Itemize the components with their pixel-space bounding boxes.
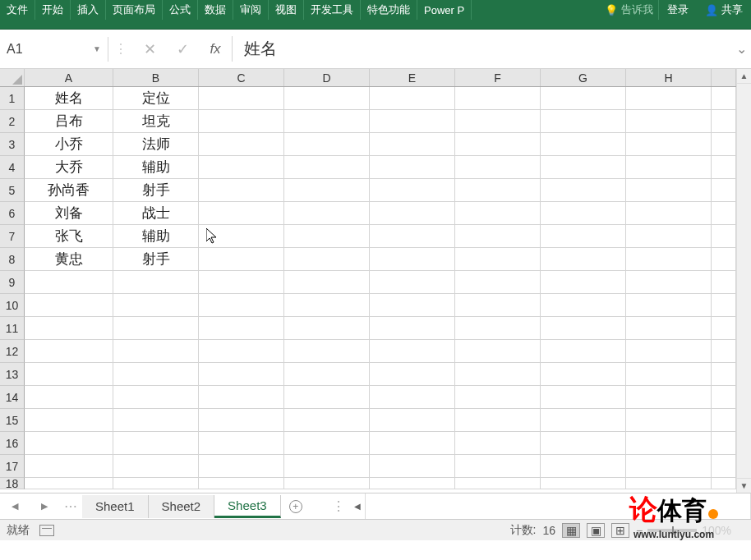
scroll-track[interactable] [737, 84, 751, 478]
cell-b3[interactable]: 法师 [113, 133, 199, 156]
col-header-partial[interactable] [712, 69, 736, 86]
cell[interactable] [626, 225, 712, 248]
cell[interactable] [626, 179, 712, 202]
row-header-10[interactable]: 10 [0, 294, 25, 317]
cell[interactable] [284, 248, 370, 271]
cell[interactable] [370, 110, 455, 133]
cell[interactable] [199, 202, 284, 225]
row-header-15[interactable]: 15 [0, 409, 25, 432]
cell[interactable] [199, 179, 284, 202]
enter-button[interactable]: ✓ [166, 37, 199, 62]
cell[interactable] [284, 432, 370, 455]
cell[interactable] [25, 478, 113, 489]
tab-review[interactable]: 审阅 [233, 0, 269, 20]
cell[interactable] [541, 478, 626, 489]
cell-b1[interactable]: 定位 [113, 87, 199, 110]
cell-b8[interactable]: 射手 [113, 248, 199, 271]
cell[interactable] [113, 294, 199, 317]
cell[interactable] [455, 409, 541, 432]
cell[interactable] [712, 110, 736, 133]
cell[interactable] [370, 156, 455, 179]
cell[interactable] [284, 317, 370, 340]
row-header-11[interactable]: 11 [0, 317, 25, 340]
cell-a7[interactable]: 张飞 [25, 225, 113, 248]
cell[interactable] [541, 110, 626, 133]
cell[interactable] [626, 432, 712, 455]
cell[interactable] [626, 317, 712, 340]
cell[interactable] [284, 294, 370, 317]
cell[interactable] [712, 87, 736, 110]
tab-developer[interactable]: 开发工具 [304, 0, 361, 20]
row-header-6[interactable]: 6 [0, 202, 25, 225]
cell-a4[interactable]: 大乔 [25, 156, 113, 179]
cell[interactable] [113, 409, 199, 432]
col-header-h[interactable]: H [626, 69, 712, 86]
cell[interactable] [626, 294, 712, 317]
cell[interactable] [626, 409, 712, 432]
cell[interactable] [370, 271, 455, 294]
cell[interactable] [113, 478, 199, 489]
cell[interactable] [712, 340, 736, 363]
sheet-tab-1[interactable]: Sheet1 [82, 495, 149, 518]
cell[interactable] [370, 363, 455, 386]
cell[interactable] [370, 317, 455, 340]
tab-layout[interactable]: 页面布局 [106, 0, 163, 20]
cell[interactable] [455, 271, 541, 294]
cell[interactable] [284, 409, 370, 432]
cell[interactable] [541, 87, 626, 110]
cell[interactable] [284, 133, 370, 156]
cell[interactable] [712, 294, 736, 317]
cell[interactable] [113, 386, 199, 409]
cell[interactable] [455, 133, 541, 156]
fx-button[interactable]: fx [199, 37, 232, 62]
cell[interactable] [626, 478, 712, 489]
col-header-d[interactable]: D [284, 69, 370, 86]
cell[interactable] [541, 386, 626, 409]
cell[interactable] [370, 179, 455, 202]
col-header-f[interactable]: F [455, 69, 541, 86]
cell[interactable] [25, 363, 113, 386]
view-normal-button[interactable]: ▦ [562, 523, 580, 538]
cell-a6[interactable]: 刘备 [25, 202, 113, 225]
row-header-14[interactable]: 14 [0, 386, 25, 409]
cell[interactable] [626, 202, 712, 225]
cell[interactable] [370, 409, 455, 432]
row-header-9[interactable]: 9 [0, 271, 25, 294]
col-header-g[interactable]: G [541, 69, 626, 86]
cell[interactable] [455, 432, 541, 455]
vertical-scrollbar[interactable]: ▲ ▼ [736, 69, 751, 493]
cell[interactable] [712, 363, 736, 386]
row-header-8[interactable]: 8 [0, 248, 25, 271]
cell[interactable] [284, 478, 370, 489]
row-header-7[interactable]: 7 [0, 225, 25, 248]
cell[interactable] [541, 202, 626, 225]
cell[interactable] [541, 409, 626, 432]
tab-insert[interactable]: 插入 [71, 0, 106, 20]
cell[interactable] [284, 87, 370, 110]
cell[interactable] [626, 386, 712, 409]
tab-data[interactable]: 数据 [198, 0, 233, 20]
row-header-1[interactable]: 1 [0, 87, 25, 110]
cell[interactable] [626, 455, 712, 478]
cell[interactable] [199, 248, 284, 271]
cell[interactable] [284, 386, 370, 409]
cell[interactable] [113, 455, 199, 478]
cell[interactable] [455, 386, 541, 409]
cell[interactable] [370, 225, 455, 248]
cell-a2[interactable]: 吕布 [25, 110, 113, 133]
cell[interactable] [712, 432, 736, 455]
cell[interactable] [199, 363, 284, 386]
scroll-left-icon[interactable]: ◀ [350, 493, 365, 519]
cell[interactable] [370, 340, 455, 363]
macro-icon[interactable] [39, 525, 54, 536]
formula-input[interactable]: 姓名 [244, 38, 277, 60]
cell[interactable] [25, 317, 113, 340]
row-header-13[interactable]: 13 [0, 363, 25, 386]
cell-b2[interactable]: 坦克 [113, 110, 199, 133]
cell[interactable] [541, 225, 626, 248]
tab-nav-right[interactable]: ▶ [30, 493, 59, 519]
cell-b6[interactable]: 战士 [113, 202, 199, 225]
cell[interactable] [455, 340, 541, 363]
cell[interactable] [25, 432, 113, 455]
cell[interactable] [199, 386, 284, 409]
